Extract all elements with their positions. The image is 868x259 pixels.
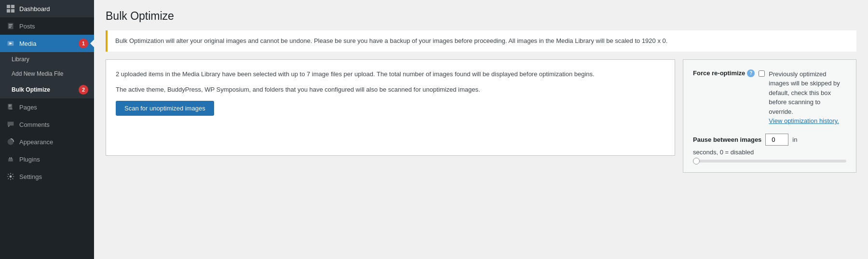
svg-rect-10 — [9, 105, 12, 105]
pause-input[interactable] — [765, 134, 788, 146]
svg-rect-2 — [7, 9, 10, 13]
sidebar-appearance-label: Appearance — [19, 138, 88, 146]
plugins-icon — [6, 154, 15, 164]
media-icon — [6, 39, 15, 48]
sidebar-item-library[interactable]: Library — [0, 52, 94, 67]
svg-marker-13 — [8, 125, 10, 127]
view-history-link[interactable]: View optimization history. — [769, 117, 839, 124]
sidebar-item-comments[interactable]: Comments — [0, 116, 94, 133]
sidebar-library-label: Library — [12, 56, 88, 63]
media-badge: 1 — [79, 39, 88, 48]
svg-rect-16 — [10, 157, 11, 159]
svg-point-18 — [10, 176, 12, 178]
main-panel: 2 uploaded items in the Media Library ha… — [106, 59, 675, 156]
sidebar-settings-label: Settings — [19, 173, 88, 180]
warning-text: Bulk Optimization will alter your origin… — [115, 37, 667, 44]
sidebar-item-dashboard[interactable]: Dashboard — [0, 0, 94, 17]
pause-section: Pause between images in seconds, 0 = dis… — [693, 134, 846, 163]
sidebar-item-bulk-optimize[interactable]: Bulk Optimize 2 — [0, 81, 94, 98]
sidebar-posts-label: Posts — [19, 23, 88, 30]
posts-icon — [6, 21, 15, 31]
svg-rect-1 — [11, 5, 14, 8]
sidebar-item-pages[interactable]: Pages — [0, 98, 94, 116]
slider-track — [693, 160, 846, 163]
pages-icon — [6, 102, 15, 112]
svg-rect-0 — [7, 5, 10, 8]
help-icon[interactable]: ? — [747, 69, 755, 77]
sidebar-dashboard-label: Dashboard — [19, 5, 88, 13]
content-row: 2 uploaded items in the Media Library ha… — [106, 59, 856, 173]
sidebar-comments-label: Comments — [19, 121, 88, 128]
pause-label: Pause between images in — [693, 134, 846, 146]
sidebar-item-add-new[interactable]: Add New Media File — [0, 67, 94, 81]
force-reoptimize-checkbox[interactable] — [759, 70, 765, 77]
sidebar-plugins-label: Plugins — [19, 156, 88, 163]
bulk-optimize-badge: 2 — [79, 85, 88, 95]
sidebar-item-media[interactable]: Media 1 — [0, 35, 94, 52]
page-title: Bulk Optimize — [106, 10, 856, 23]
comments-icon — [6, 120, 15, 129]
sidebar-submenu-media: Library Add New Media File Bulk Optimize… — [0, 52, 94, 98]
side-panel: Force re-optimize ? Previously optimized… — [683, 59, 856, 173]
sidebar: Dashboard Posts Media 1 Library Add New … — [0, 0, 94, 259]
sidebar-pages-label: Pages — [19, 104, 88, 111]
pause-unit: in — [792, 136, 797, 143]
pause-desc: seconds, 0 = disabled — [693, 149, 846, 156]
slider-thumb[interactable] — [693, 158, 700, 164]
svg-rect-4 — [9, 24, 13, 25]
dashboard-icon — [6, 4, 15, 14]
sidebar-media-label: Media — [19, 40, 75, 47]
settings-icon — [6, 172, 15, 181]
sidebar-addnew-label: Add New Media File — [12, 70, 88, 77]
force-reoptimize-label: Force re-optimize ? — [693, 69, 755, 77]
force-reoptimize-section: Force re-optimize ? Previously optimized… — [693, 69, 846, 126]
checkbox-description: Previously optimized images will be skip… — [769, 69, 846, 126]
sidebar-bulkopt-label: Bulk Optimize — [12, 86, 76, 93]
sidebar-arrow — [90, 40, 94, 47]
sidebar-item-appearance[interactable]: Appearance — [0, 133, 94, 150]
warning-notice: Bulk Optimization will alter your origin… — [106, 30, 856, 52]
svg-rect-12 — [9, 109, 13, 109]
svg-rect-3 — [11, 9, 14, 13]
sidebar-item-posts[interactable]: Posts — [0, 17, 94, 35]
description-line1: 2 uploaded items in the Media Library ha… — [116, 69, 665, 80]
svg-rect-11 — [9, 106, 11, 107]
svg-rect-5 — [9, 26, 12, 27]
svg-rect-15 — [8, 158, 13, 161]
sidebar-item-plugins[interactable]: Plugins — [0, 150, 94, 168]
appearance-icon — [6, 137, 15, 147]
svg-rect-6 — [9, 27, 11, 28]
main-content: Bulk Optimize Bulk Optimization will alt… — [94, 0, 868, 259]
checkbox-area: Previously optimized images will be skip… — [759, 69, 846, 126]
scan-button[interactable]: Scan for unoptimized images — [116, 101, 214, 116]
svg-rect-17 — [11, 157, 12, 159]
sidebar-item-settings[interactable]: Settings — [0, 168, 94, 185]
description-line2: The active theme, BuddyPress, WP Symposi… — [116, 85, 665, 95]
